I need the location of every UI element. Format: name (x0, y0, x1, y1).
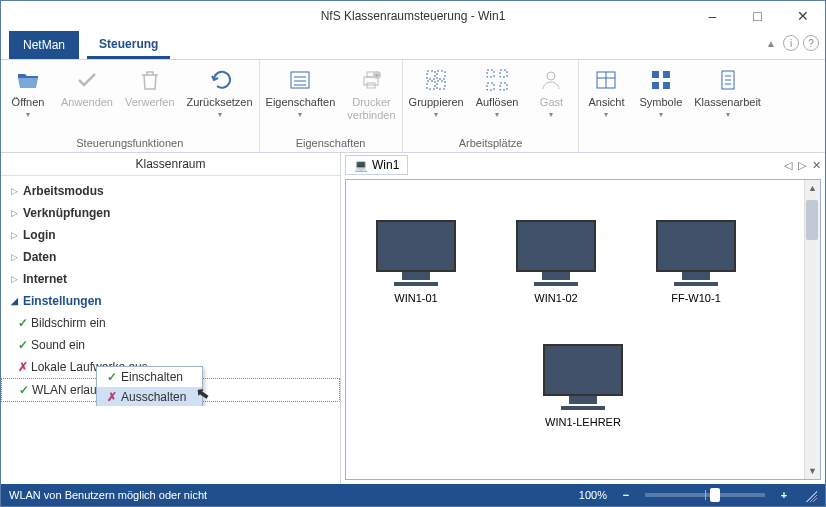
apply-button: Anwenden (55, 60, 119, 135)
tree-daten[interactable]: ▷Daten (1, 246, 340, 268)
zoom-in-button[interactable]: + (777, 489, 791, 501)
group-label: Gruppieren (409, 96, 464, 109)
symbols-label: Symbole (639, 96, 682, 109)
sidebar-title: Klassenraum (1, 153, 340, 176)
scroll-thumb[interactable] (806, 200, 818, 240)
svg-rect-15 (487, 83, 494, 90)
reset-label: Zurücksetzen (187, 96, 253, 109)
zoom-slider[interactable] (645, 493, 765, 497)
printer-button: + Drucker verbinden (341, 60, 401, 135)
open-label: Öffnen (12, 96, 45, 109)
apply-label: Anwenden (61, 96, 113, 109)
ribbon-group-steuerungsfunktionen: Steuerungsfunktionen (1, 135, 259, 152)
monitor-icon (516, 220, 596, 272)
group-button[interactable]: Gruppieren ▾ (403, 60, 470, 135)
svg-rect-21 (652, 71, 659, 78)
monitor-icon: 💻 (354, 159, 368, 172)
maximize-button[interactable]: □ (735, 1, 780, 31)
checkmark-icon (75, 66, 99, 94)
ribbon-collapse-button[interactable]: ▲ (763, 35, 779, 51)
properties-button[interactable]: Eigenschaften ▾ (260, 60, 342, 135)
svg-rect-23 (652, 82, 659, 89)
check-icon: ✓ (15, 336, 31, 354)
svg-rect-24 (663, 82, 670, 89)
computer-label: WIN1-01 (394, 292, 437, 304)
scroll-down-icon[interactable]: ▼ (805, 463, 820, 479)
symbols-button[interactable]: Symbole ▾ (633, 60, 688, 135)
status-message: WLAN von Benutzern möglich oder nicht (9, 489, 207, 501)
table-icon (594, 66, 618, 94)
chevron-down-icon: ▾ (726, 110, 730, 119)
info-button[interactable]: i (783, 35, 799, 51)
minimize-button[interactable]: – (690, 1, 735, 31)
chevron-down-icon: ▾ (434, 110, 438, 119)
tree-internet[interactable]: ▷Internet (1, 268, 340, 290)
chevron-down-icon: ▾ (549, 110, 553, 119)
zoom-percent: 100% (579, 489, 607, 501)
ungroup-icon (485, 66, 509, 94)
svg-rect-9 (427, 71, 435, 79)
tab-steuerung[interactable]: Steuerung (87, 31, 170, 59)
chevron-down-icon: ▾ (495, 110, 499, 119)
tree-einstellungen[interactable]: ◢Einstellungen (1, 290, 340, 312)
folder-open-icon (16, 66, 40, 94)
tab-prev-button[interactable]: ◁ (784, 159, 792, 172)
list-icon (288, 66, 312, 94)
close-button[interactable]: ✕ (780, 1, 825, 31)
zoom-out-button[interactable]: − (619, 489, 633, 501)
computer-item[interactable]: FF-W10-1 (656, 220, 736, 304)
computer-label: FF-W10-1 (671, 292, 721, 304)
computer-label: WIN1-LEHRER (545, 416, 621, 428)
ribbon-group-arbeitsplaetze: Arbeitsplätze (403, 135, 579, 152)
computer-item[interactable]: WIN1-LEHRER (543, 344, 623, 428)
printer-label: Drucker verbinden (347, 96, 395, 122)
svg-rect-11 (427, 81, 435, 89)
classwork-label: Klassenarbeit (694, 96, 761, 109)
menu-ausschalten[interactable]: ✗Ausschalten (97, 387, 202, 406)
svg-rect-22 (663, 71, 670, 78)
x-icon: ✗ (103, 390, 121, 404)
document-icon (716, 66, 740, 94)
chevron-down-icon: ▾ (298, 110, 302, 119)
workspace-tab[interactable]: 💻 Win1 (345, 155, 408, 175)
workspace-tab-label: Win1 (372, 158, 399, 172)
svg-rect-14 (500, 70, 507, 77)
check-icon: ✓ (15, 314, 31, 332)
ungroup-button[interactable]: Auflösen ▾ (470, 60, 525, 135)
resize-grip[interactable] (803, 488, 817, 502)
chevron-down-icon: ▾ (26, 110, 30, 119)
scrollbar-vertical[interactable]: ▲ ▼ (804, 180, 820, 479)
discard-label: Verwerfen (125, 96, 175, 109)
svg-point-17 (547, 72, 555, 80)
scroll-up-icon[interactable]: ▲ (805, 180, 820, 196)
view-button[interactable]: Ansicht ▾ (579, 60, 633, 135)
monitor-icon (376, 220, 456, 272)
tree-login[interactable]: ▷Login (1, 224, 340, 246)
group-icon (424, 66, 448, 94)
user-icon (539, 66, 563, 94)
reset-button[interactable]: Zurücksetzen ▾ (181, 60, 259, 135)
svg-rect-0 (291, 72, 309, 88)
help-button[interactable]: ? (803, 35, 819, 51)
tab-netman[interactable]: NetMan (9, 31, 79, 59)
svg-rect-13 (487, 70, 494, 77)
tab-close-button[interactable]: ✕ (812, 159, 821, 172)
setting-sound[interactable]: ✓Sound ein (1, 334, 340, 356)
tree-arbeitsmodus[interactable]: ▷Arbeitsmodus (1, 180, 340, 202)
chevron-down-icon: ▾ (218, 110, 222, 119)
tab-next-button[interactable]: ▷ (798, 159, 806, 172)
chevron-down-icon: ▾ (604, 110, 608, 119)
computer-item[interactable]: WIN1-01 (376, 220, 456, 304)
menu-einschalten[interactable]: ✓Einschalten (97, 367, 202, 387)
ribbon-group-eigenschaften: Eigenschaften (260, 135, 402, 152)
undo-icon (208, 66, 232, 94)
guest-button: Gast ▾ (524, 60, 578, 135)
svg-text:+: + (376, 72, 380, 78)
open-button[interactable]: Öffnen ▾ (1, 60, 55, 135)
classwork-button[interactable]: Klassenarbeit ▾ (688, 60, 767, 135)
tree-verknuepfungen[interactable]: ▷Verknüpfungen (1, 202, 340, 224)
view-label: Ansicht (588, 96, 624, 109)
computer-item[interactable]: WIN1-02 (516, 220, 596, 304)
svg-rect-16 (500, 83, 507, 90)
setting-bildschirm[interactable]: ✓Bildschirm ein (1, 312, 340, 334)
